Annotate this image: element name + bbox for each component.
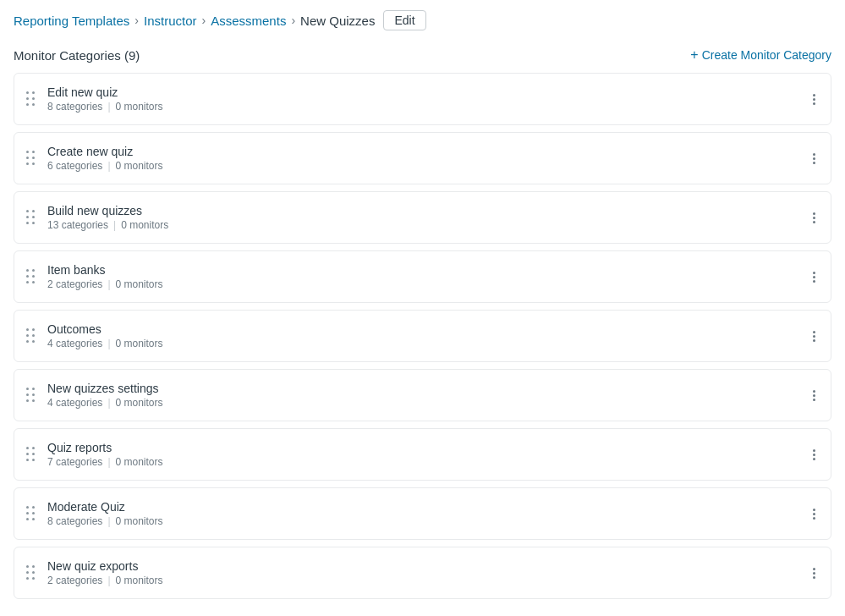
drag-handle[interactable] — [25, 90, 37, 108]
header-row: Monitor Categories (9) + Create Monitor … — [14, 47, 831, 63]
monitors-count: 0 monitors — [116, 160, 163, 172]
category-info: Item banks 2 categories | 0 monitors — [47, 263, 163, 290]
drag-handle[interactable] — [25, 327, 37, 345]
category-info: Edit new quiz 8 categories | 0 monitors — [47, 85, 163, 113]
category-item-left: Build new quizzes 13 categories | 0 moni… — [25, 204, 168, 231]
category-item-left: Moderate Quiz 8 categories | 0 monitors — [25, 500, 163, 527]
create-monitor-category-button[interactable]: + Create Monitor Category — [690, 47, 831, 63]
category-item-left: Item banks 2 categories | 0 monitors — [25, 263, 163, 290]
meta-separator: | — [107, 278, 110, 290]
plus-icon: + — [690, 47, 698, 63]
category-item: Edit new quiz 8 categories | 0 monitors — [14, 73, 831, 125]
more-options-button[interactable] — [808, 209, 820, 227]
more-options-button[interactable] — [808, 505, 820, 523]
category-name: Edit new quiz — [47, 85, 163, 99]
breadcrumb: Reporting Templates › Instructor › Asses… — [14, 10, 831, 30]
monitors-count: 0 monitors — [116, 515, 163, 527]
category-meta: 7 categories | 0 monitors — [47, 456, 163, 468]
category-item: Item banks 2 categories | 0 monitors — [14, 250, 831, 303]
categories-count: 4 categories — [47, 397, 102, 409]
drag-handle[interactable] — [25, 267, 37, 286]
meta-separator: | — [107, 515, 110, 527]
category-info: New quizzes settings 4 categories | 0 mo… — [47, 382, 163, 409]
breadcrumb-current: New Quizzes — [300, 14, 375, 28]
monitors-count: 0 monitors — [116, 456, 163, 468]
categories-count: 7 categories — [47, 456, 102, 468]
monitors-count: 0 monitors — [116, 338, 163, 349]
category-meta: 4 categories | 0 monitors — [47, 397, 163, 409]
monitors-count: 0 monitors — [121, 219, 168, 231]
drag-handle[interactable] — [25, 386, 37, 404]
meta-separator: | — [107, 338, 110, 349]
category-info: Moderate Quiz 8 categories | 0 monitors — [47, 500, 163, 527]
category-list: Edit new quiz 8 categories | 0 monitors — [14, 73, 831, 599]
category-name: New quizzes settings — [47, 382, 163, 395]
category-meta: 2 categories | 0 monitors — [47, 575, 163, 586]
category-item: Quiz reports 7 categories | 0 monitors — [14, 428, 831, 481]
category-info: Build new quizzes 13 categories | 0 moni… — [47, 204, 168, 231]
breadcrumb-separator-3: › — [291, 14, 295, 27]
monitor-categories-title: Monitor Categories (9) — [14, 48, 140, 63]
drag-handle[interactable] — [25, 149, 37, 168]
category-name: Quiz reports — [47, 441, 163, 454]
meta-separator: | — [107, 456, 110, 468]
category-item-left: Edit new quiz 8 categories | 0 monitors — [25, 85, 163, 113]
monitors-count: 0 monitors — [116, 397, 163, 409]
drag-handle[interactable] — [25, 564, 37, 582]
drag-handle[interactable] — [25, 445, 37, 464]
meta-separator: | — [113, 219, 116, 231]
category-name: New quiz exports — [47, 559, 163, 573]
edit-button[interactable]: Edit — [383, 10, 425, 30]
meta-separator: | — [107, 397, 110, 409]
category-meta: 13 categories | 0 monitors — [47, 219, 168, 231]
categories-count: 13 categories — [47, 219, 108, 231]
category-info: New quiz exports 2 categories | 0 monito… — [47, 559, 163, 586]
meta-separator: | — [107, 160, 110, 172]
categories-count: 4 categories — [47, 338, 102, 349]
more-options-button[interactable] — [808, 268, 820, 286]
more-options-button[interactable] — [808, 387, 820, 404]
breadcrumb-instructor[interactable]: Instructor — [144, 14, 197, 28]
category-item-left: New quiz exports 2 categories | 0 monito… — [25, 559, 163, 586]
category-meta: 4 categories | 0 monitors — [47, 338, 163, 349]
breadcrumb-separator-2: › — [202, 14, 206, 27]
breadcrumb-reporting-templates[interactable]: Reporting Templates — [14, 14, 129, 28]
category-meta: 2 categories | 0 monitors — [47, 278, 163, 290]
more-options-button[interactable] — [808, 564, 820, 582]
categories-count: 2 categories — [47, 575, 102, 586]
drag-handle[interactable] — [25, 504, 37, 523]
categories-count: 6 categories — [47, 160, 102, 172]
more-options-button[interactable] — [808, 327, 820, 345]
category-meta: 6 categories | 0 monitors — [47, 160, 163, 172]
category-name: Item banks — [47, 263, 163, 277]
meta-separator: | — [107, 575, 110, 586]
category-name: Moderate Quiz — [47, 500, 163, 514]
category-name: Outcomes — [47, 322, 163, 336]
category-item: Moderate Quiz 8 categories | 0 monitors — [14, 487, 831, 540]
category-item: New quiz exports 2 categories | 0 monito… — [14, 547, 831, 599]
monitors-count: 0 monitors — [116, 101, 163, 113]
category-item: Outcomes 4 categories | 0 monitors — [14, 310, 831, 362]
category-meta: 8 categories | 0 monitors — [47, 515, 163, 527]
category-item-left: Create new quiz 6 categories | 0 monitor… — [25, 145, 163, 172]
category-item-left: Quiz reports 7 categories | 0 monitors — [25, 441, 163, 468]
category-name: Build new quizzes — [47, 204, 168, 217]
category-meta: 8 categories | 0 monitors — [47, 101, 163, 113]
more-options-button[interactable] — [808, 91, 820, 108]
categories-count: 8 categories — [47, 515, 102, 527]
category-item-left: New quizzes settings 4 categories | 0 mo… — [25, 382, 163, 409]
more-options-button[interactable] — [808, 150, 820, 168]
breadcrumb-assessments[interactable]: Assessments — [211, 14, 286, 28]
category-item: New quizzes settings 4 categories | 0 mo… — [14, 369, 831, 421]
monitors-count: 0 monitors — [116, 278, 163, 290]
categories-count: 8 categories — [47, 101, 102, 113]
more-options-button[interactable] — [808, 446, 820, 464]
category-item-left: Outcomes 4 categories | 0 monitors — [25, 322, 163, 349]
category-info: Quiz reports 7 categories | 0 monitors — [47, 441, 163, 468]
category-info: Create new quiz 6 categories | 0 monitor… — [47, 145, 163, 172]
breadcrumb-separator-1: › — [134, 14, 139, 27]
meta-separator: | — [107, 101, 110, 113]
category-info: Outcomes 4 categories | 0 monitors — [47, 322, 163, 349]
categories-count: 2 categories — [47, 278, 102, 290]
drag-handle[interactable] — [25, 208, 37, 227]
